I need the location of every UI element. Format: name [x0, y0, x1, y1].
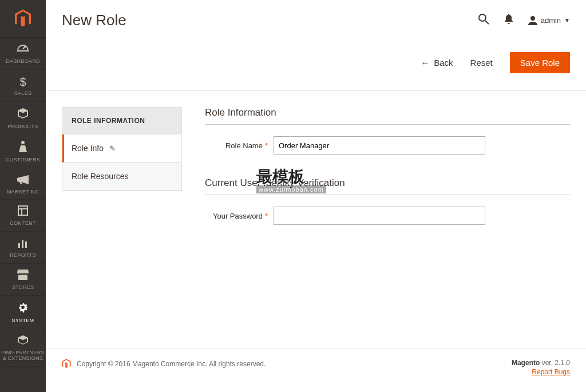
tab-label: Role Info: [72, 144, 104, 153]
user-icon: [528, 16, 537, 25]
fieldset-role-info-title: Role Information: [205, 107, 570, 125]
required-icon: *: [265, 212, 268, 220]
store-icon: [17, 270, 29, 283]
nav-marketing[interactable]: Marketing: [0, 168, 46, 200]
password-label: Your Password*: [205, 212, 274, 220]
tabs-heading: ROLE INFORMATION: [62, 108, 181, 134]
nav-reports[interactable]: Reports: [0, 232, 46, 264]
action-bar: ← Back Reset Save Role: [46, 35, 586, 91]
svg-rect-2: [25, 241, 27, 248]
user-label: admin: [541, 16, 561, 25]
megaphone-icon: [17, 174, 29, 187]
role-name-input[interactable]: [274, 136, 485, 155]
save-role-button[interactable]: Save Role: [510, 52, 570, 73]
search-icon[interactable]: [478, 13, 489, 27]
role-name-label: Role Name*: [205, 141, 274, 150]
back-button[interactable]: ← Back: [421, 58, 453, 68]
magento-logo[interactable]: [0, 0, 46, 38]
footer-copyright: Copyright © 2016 Magento Commerce Inc. A…: [77, 360, 266, 368]
nav-products[interactable]: Products: [0, 102, 46, 135]
chevron-down-icon: ▼: [564, 17, 570, 23]
magento-logo-icon: [15, 9, 31, 29]
partners-icon: [17, 335, 29, 348]
nav-label: Stores: [12, 285, 34, 291]
nav-label: Dashboard: [6, 59, 40, 65]
svg-rect-1: [22, 240, 23, 248]
tab-role-info[interactable]: Role Info ✎: [62, 134, 181, 163]
notifications-icon[interactable]: [504, 14, 513, 27]
arrow-left-icon: ←: [421, 58, 429, 68]
person-icon: [19, 141, 27, 155]
nav-dashboard[interactable]: Dashboard: [0, 38, 46, 70]
nav-sales[interactable]: $ Sales: [0, 70, 46, 102]
dollar-icon: $: [19, 76, 26, 89]
svg-rect-0: [18, 243, 20, 248]
fieldset-verification-title: Current User Identity Verification: [205, 177, 570, 195]
svg-point-3: [479, 14, 486, 21]
tab-label: Role Resources: [72, 172, 129, 181]
nav-label: Sales: [14, 91, 32, 97]
nav-label: Find Partners & Extensions: [1, 350, 45, 362]
nav-label: Marketing: [7, 189, 39, 195]
nav-label: System: [12, 318, 34, 324]
nav-content[interactable]: Content: [0, 200, 46, 232]
nav-partners[interactable]: Find Partners & Extensions: [0, 329, 46, 367]
nav-label: Products: [8, 124, 38, 130]
reset-button[interactable]: Reset: [470, 58, 493, 68]
page-title: New Role: [62, 11, 126, 29]
tab-role-resources[interactable]: Role Resources: [62, 163, 181, 191]
password-input[interactable]: [274, 207, 485, 225]
nav-label: Customers: [6, 157, 40, 163]
bars-icon: [18, 237, 28, 251]
report-bugs-link[interactable]: Report Bugs: [512, 368, 570, 376]
footer-version: Magento ver. 2.1.0: [512, 359, 570, 367]
nav-label: Content: [10, 221, 36, 227]
nav-system[interactable]: System: [0, 296, 46, 329]
nav-customers[interactable]: Customers: [0, 135, 46, 168]
nav-stores[interactable]: Stores: [0, 264, 46, 296]
back-label: Back: [434, 58, 453, 68]
tabs-panel: ROLE INFORMATION Role Info ✎ Role Resour…: [62, 107, 182, 191]
pencil-icon: ✎: [109, 144, 116, 153]
required-icon: *: [265, 141, 268, 150]
box-icon: [17, 108, 29, 122]
magento-mark-icon: [62, 359, 71, 369]
user-menu[interactable]: admin ▼: [528, 16, 570, 25]
layout-icon: [18, 205, 28, 219]
gauge-icon: [17, 43, 29, 57]
nav-label: Reports: [10, 253, 35, 259]
svg-line-4: [485, 21, 489, 24]
admin-nav: Dashboard $ Sales Products Customers Mar…: [0, 0, 46, 392]
gear-icon: [17, 302, 29, 316]
